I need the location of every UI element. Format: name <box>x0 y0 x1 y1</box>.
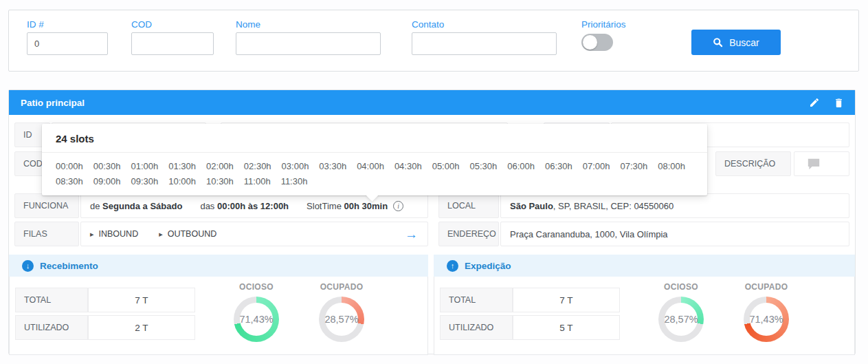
ocioso-donut: OCIOSO 71,43% <box>225 282 288 342</box>
expedicao-stats: TOTAL 7 T UTILIZADO 5 T OCIOSO 28,57% OC… <box>434 277 855 355</box>
slot-time: 00:00h <box>56 161 83 171</box>
utilizado-value: 2 T <box>88 315 195 340</box>
slot-time: 04:00h <box>357 161 384 171</box>
slot-time: 05:30h <box>469 161 497 171</box>
section-recebimento-header[interactable]: ↓ Recebimento <box>9 255 428 277</box>
patio-card: Patio principal ID COD DESCRIÇÃO FUNCION… <box>8 89 856 354</box>
filas-goto-arrow-icon[interactable]: → <box>405 228 418 241</box>
section-title: Expedição <box>465 261 511 271</box>
slot-time: 08:00h <box>658 161 685 171</box>
caret-right-icon: ▸ <box>90 230 94 239</box>
slot-time: 03:30h <box>319 161 346 171</box>
slot-time: 07:00h <box>583 161 610 171</box>
slot-time: 04:30h <box>394 161 422 171</box>
section-title: Recebimento <box>40 261 98 271</box>
slots-tooltip-title: 24 slots <box>42 124 707 153</box>
contato-label: Contato <box>412 19 444 30</box>
total-label: TOTAL <box>15 288 88 312</box>
delete-icon[interactable] <box>834 97 844 108</box>
funciona-label: FUNCIONA <box>14 193 79 218</box>
card-title: Patio principal <box>21 98 85 108</box>
donut-ring: 28,57% <box>319 297 364 342</box>
slots-list: 00:00h00:30h01:00h01:30h02:00h02:30h03:0… <box>42 153 707 195</box>
cod-label: COD <box>131 19 152 30</box>
local-label: LOCAL <box>438 193 499 218</box>
slot-time: 10:00h <box>168 176 196 186</box>
edit-icon[interactable] <box>809 97 820 108</box>
endereco-value: Praça Carananduba, 1000, Vila Olímpia <box>500 222 849 246</box>
slot-time: 11:00h <box>244 176 271 186</box>
caret-right-icon: ▸ <box>159 230 163 239</box>
slot-time: 03:00h <box>282 161 309 171</box>
contato-input[interactable] <box>412 32 557 55</box>
slot-time: 06:30h <box>545 161 572 171</box>
inbound-toggle[interactable]: ▸ INBOUND <box>90 229 138 239</box>
toggle-knob <box>583 35 597 50</box>
slot-time: 07:30h <box>620 161 647 171</box>
buscar-button[interactable]: Buscar <box>691 30 781 55</box>
descricao-label: DESCRIÇÃO <box>715 151 791 176</box>
slots-tooltip: 24 slots 00:00h00:30h01:00h01:30h02:00h0… <box>42 124 707 195</box>
section-expedicao-header[interactable]: ↑ Expedição <box>434 255 855 277</box>
arrow-up-circle-icon: ↑ <box>447 260 458 272</box>
slot-time: 11:30h <box>281 176 308 186</box>
id-input[interactable] <box>27 32 108 55</box>
nome-label: Nome <box>236 19 260 30</box>
cod-input[interactable] <box>131 32 214 55</box>
slot-time: 01:30h <box>168 161 196 171</box>
id-label: ID # <box>27 19 44 30</box>
card-header: Patio principal <box>9 90 855 115</box>
filas-label: FILAS <box>14 222 79 246</box>
slot-time: 05:00h <box>432 161 460 171</box>
descricao-comment-cell[interactable] <box>794 151 849 176</box>
ocupado-donut: OCUPADO 28,57% <box>310 282 373 342</box>
slot-time: 09:00h <box>93 176 121 186</box>
slottime-info-icon[interactable]: i <box>393 201 403 211</box>
outbound-toggle[interactable]: ▸ OUTBOUND <box>159 229 216 239</box>
donut-ring: 28,57% <box>658 297 704 342</box>
slot-time: 01:00h <box>131 161 159 171</box>
nome-input[interactable] <box>236 32 381 55</box>
ocupado-donut: OCUPADO 71,43% <box>735 282 798 342</box>
slot-time: 09:30h <box>131 176 159 186</box>
arrow-down-circle-icon: ↓ <box>22 260 34 272</box>
comment-icon <box>807 158 821 170</box>
utilizado-value: 5 T <box>513 315 620 340</box>
prioritarios-toggle[interactable] <box>581 34 613 51</box>
utilizado-label: UTILIZADO <box>15 315 88 340</box>
slot-time: 06:00h <box>507 161 535 171</box>
ocioso-donut: OCIOSO 28,57% <box>649 282 713 342</box>
donut-ring: 71,43% <box>234 297 279 342</box>
total-value: 7 T <box>88 288 195 312</box>
total-label: TOTAL <box>440 288 513 312</box>
buscar-label: Buscar <box>729 37 759 48</box>
search-icon <box>713 37 723 47</box>
slot-time: 02:00h <box>206 161 234 171</box>
prioritarios-label: Prioritários <box>581 19 626 30</box>
slot-time: 00:30h <box>93 161 121 171</box>
slot-time: 08:30h <box>56 176 83 186</box>
local-value: São Paulo, SP, BRASIL, CEP: 04550060 <box>500 193 849 218</box>
search-panel: ID # COD Nome Contato Prioritários Busca… <box>8 10 859 72</box>
recebimento-stats: TOTAL 7 T UTILIZADO 2 T OCIOSO 71,43% OC… <box>9 277 428 355</box>
utilizado-label: UTILIZADO <box>440 315 513 340</box>
total-value: 7 T <box>513 288 620 312</box>
filas-value: ▸ INBOUND ▸ OUTBOUND → <box>80 222 428 246</box>
slot-time: 10:30h <box>206 176 234 186</box>
slot-time: 02:30h <box>244 161 271 171</box>
endereco-label: ENDEREÇO <box>438 222 499 246</box>
donut-ring: 71,43% <box>744 297 789 342</box>
